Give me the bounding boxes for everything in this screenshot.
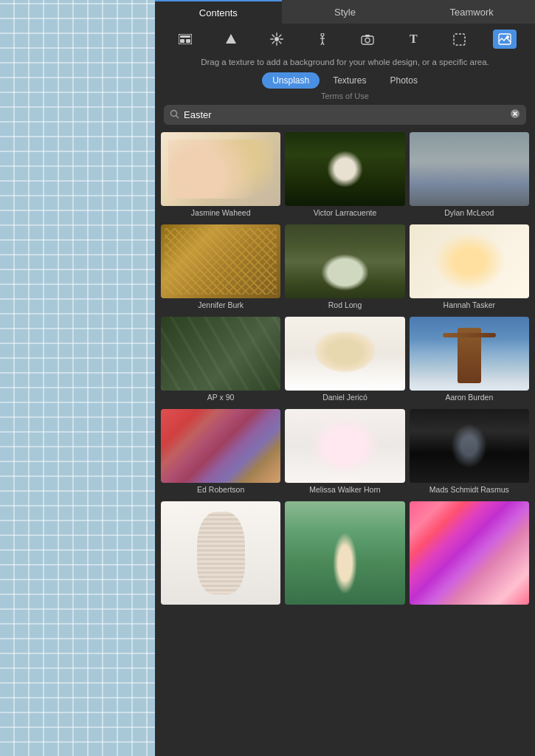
search-bar xyxy=(164,105,526,125)
svg-point-14 xyxy=(321,33,324,36)
sub-tab-textures[interactable]: Textures xyxy=(322,72,376,89)
grid-row-1: Jasmine Waheed Victor Larracuente Dylan … xyxy=(161,132,529,221)
image-thumb-hannah xyxy=(410,224,529,298)
sidebar-background xyxy=(0,0,155,756)
image-thumb-row5a xyxy=(161,501,280,605)
svg-rect-12 xyxy=(272,34,275,38)
image-thumb-ed xyxy=(161,409,280,483)
image-thumb-mads xyxy=(410,409,529,483)
pen-icon[interactable] xyxy=(311,30,334,49)
sub-tab-photos[interactable]: Photos xyxy=(380,72,428,89)
grid-row-4: Ed Robertson Melissa Walker Horn Mads Sc… xyxy=(161,409,529,498)
grid-row-3: AP x 90 Daniel Jericó Aaron Burden xyxy=(161,317,529,406)
image-thumb-melissa xyxy=(285,409,404,483)
image-victor-larracuente[interactable]: Victor Larracuente xyxy=(285,132,404,221)
tab-style[interactable]: Style xyxy=(282,0,409,24)
svg-point-24 xyxy=(506,35,509,38)
image-rod-long[interactable]: Rod Long xyxy=(285,224,404,314)
svg-rect-22 xyxy=(454,34,465,45)
image-jennifer-burk[interactable]: Jennifer Burk xyxy=(161,224,280,314)
layout-icon[interactable] xyxy=(173,30,197,49)
image-label-victor: Victor Larracuente xyxy=(285,206,404,221)
image-thumb-row5b xyxy=(285,501,404,605)
svg-rect-13 xyxy=(278,41,282,44)
image-label-hannah: Hannah Tasker xyxy=(410,298,529,314)
image-daniel-jerico[interactable]: Daniel Jericó xyxy=(285,317,404,406)
image-dylan-mcleod[interactable]: Dylan McLeod xyxy=(410,132,529,221)
image-thumb-row5c xyxy=(410,501,529,605)
image-label-jasmine: Jasmine Waheed xyxy=(161,206,280,221)
image-jasmine-waheed[interactable]: Jasmine Waheed xyxy=(161,132,280,221)
sidebar xyxy=(0,0,155,756)
svg-marker-4 xyxy=(226,34,236,44)
svg-point-20 xyxy=(365,38,370,42)
starburst-icon[interactable] xyxy=(265,30,289,49)
svg-rect-10 xyxy=(278,34,282,38)
image-label-mads: Mads Schmidt Rasmus xyxy=(410,483,529,498)
image-thumb-jasmine xyxy=(161,132,280,206)
image-melissa-walker[interactable]: Melissa Walker Horn xyxy=(285,409,404,498)
svg-line-18 xyxy=(322,42,324,45)
svg-rect-1 xyxy=(180,35,190,38)
svg-rect-21 xyxy=(365,35,370,37)
grid-row-5 xyxy=(161,501,529,605)
image-thumb-victor xyxy=(285,132,404,206)
sub-tabs: Unsplash Textures Photos xyxy=(155,72,535,92)
image-row5-b[interactable] xyxy=(285,501,404,605)
image-thumb-ap xyxy=(161,317,280,391)
image-thumb-jennifer xyxy=(161,224,280,298)
image-ap-x90[interactable]: AP x 90 xyxy=(161,317,280,406)
image-ed-robertson[interactable]: Ed Robertson xyxy=(161,409,280,498)
svg-rect-6 xyxy=(276,32,277,36)
tab-teamwork[interactable]: Teamwork xyxy=(408,0,535,24)
panel: Contents Style Teamwork xyxy=(155,0,535,756)
svg-point-25 xyxy=(171,110,177,116)
image-label-melissa: Melissa Walker Horn xyxy=(285,483,404,498)
selection-icon[interactable] xyxy=(447,30,471,49)
svg-rect-8 xyxy=(270,38,274,39)
image-mads-schmidt[interactable]: Mads Schmidt Rasmus xyxy=(410,409,529,498)
svg-rect-2 xyxy=(180,39,184,43)
search-input[interactable] xyxy=(184,109,510,120)
image-label-ed: Ed Robertson xyxy=(161,483,280,498)
svg-rect-7 xyxy=(276,42,277,46)
search-icon xyxy=(170,109,179,121)
image-label-jennifer: Jennifer Burk xyxy=(161,298,280,314)
image-label-rod: Rod Long xyxy=(285,298,404,314)
image-grid: Jasmine Waheed Victor Larracuente Dylan … xyxy=(155,132,535,756)
image-thumb-aaron xyxy=(410,317,529,391)
sub-tab-unsplash[interactable]: Unsplash xyxy=(262,72,320,89)
image-label-daniel: Daniel Jericó xyxy=(285,391,404,406)
image-thumb-dylan xyxy=(410,132,529,206)
shape-icon[interactable] xyxy=(219,30,243,49)
text-icon[interactable]: T xyxy=(401,30,425,49)
terms-link[interactable]: Terms of Use xyxy=(155,92,535,105)
tab-contents[interactable]: Contents xyxy=(155,0,282,24)
svg-point-5 xyxy=(275,37,279,41)
image-thumb-daniel xyxy=(285,317,404,391)
hint-text: Drag a texture to add a background for y… xyxy=(155,55,535,72)
image-row5-a[interactable] xyxy=(161,501,280,605)
svg-line-26 xyxy=(176,115,179,118)
image-row5-c[interactable] xyxy=(410,501,529,605)
image-label-dylan: Dylan McLeod xyxy=(410,206,529,221)
image-label-ap: AP x 90 xyxy=(161,391,280,406)
image-label-aaron: Aaron Burden xyxy=(410,391,529,406)
camera-icon[interactable] xyxy=(356,30,379,49)
svg-rect-9 xyxy=(280,38,283,39)
image-aaron-burden[interactable]: Aaron Burden xyxy=(410,317,529,406)
image-hannah-tasker[interactable]: Hannah Tasker xyxy=(410,224,529,314)
grid-row-2: Jennifer Burk Rod Long Hannah Tasker xyxy=(161,224,529,314)
svg-rect-3 xyxy=(186,39,190,43)
toolbar: T xyxy=(155,24,535,55)
search-clear-button[interactable] xyxy=(510,109,520,121)
top-tabs: Contents Style Teamwork xyxy=(155,0,535,24)
image-thumb-rod xyxy=(285,224,404,298)
image-icon[interactable] xyxy=(493,30,517,49)
svg-rect-11 xyxy=(272,41,275,44)
